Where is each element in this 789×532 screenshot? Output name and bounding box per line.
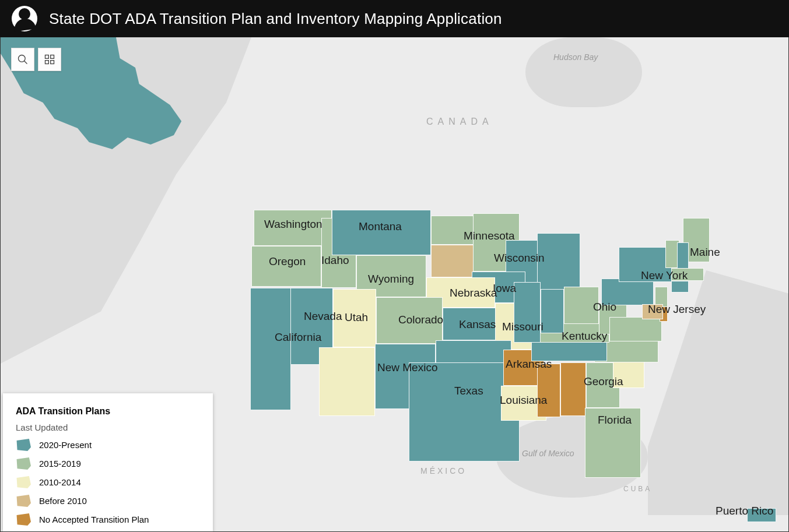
legend-item: 2015-2019 — [16, 457, 200, 470]
legend-swatch — [16, 457, 31, 470]
search-icon — [17, 54, 29, 65]
legend-label: 2010-2014 — [39, 477, 81, 487]
state-label: Oregon — [269, 255, 306, 268]
state-label: Nevada — [304, 310, 342, 323]
state-label: Louisiana — [500, 394, 547, 407]
map-toolbar — [11, 48, 61, 71]
legend-label: 2020-Present — [39, 440, 92, 450]
state-label: New Mexico — [377, 361, 437, 374]
dot-logo — [12, 6, 37, 31]
state-label: Puerto Rico — [716, 505, 773, 517]
state-label: Maine — [690, 246, 720, 259]
legend-swatch — [16, 494, 31, 507]
state-label: Idaho — [321, 254, 349, 267]
state-label: New Jersey — [648, 303, 706, 316]
state-label: Washington — [264, 218, 322, 231]
state-label: Kansas — [459, 318, 496, 331]
legend-label: 2015-2019 — [39, 459, 81, 468]
legend-item: Before 2010 — [16, 494, 200, 507]
state-label: New York — [641, 269, 688, 282]
app-header: State DOT ADA Transition Plan and Invent… — [0, 0, 789, 37]
state-label: Kentucky — [562, 330, 607, 343]
state-label: Texas — [454, 385, 483, 397]
grid-icon — [44, 54, 55, 65]
state-label: Colorado — [398, 313, 443, 326]
legend-panel: ADA Transition Plans Last Updated 2020-P… — [3, 393, 213, 531]
svg-rect-3 — [51, 55, 54, 59]
state-label: California — [275, 331, 321, 344]
state-label: Minnesota — [464, 230, 515, 242]
legend-swatch — [16, 438, 31, 451]
svg-rect-5 — [51, 61, 54, 64]
legend-label: Before 2010 — [39, 496, 87, 506]
state-label: Ohio — [593, 301, 616, 313]
state-label: Florida — [598, 414, 632, 427]
legend-label: No Accepted Transition Plan — [39, 515, 149, 524]
legend-item: No Accepted Transition Plan — [16, 513, 200, 526]
legend-item: 2020-Present — [16, 438, 200, 451]
svg-point-0 — [19, 55, 26, 62]
map-viewport[interactable]: Gulf of Alaska Hudson Bay CANADA MÉXICO … — [0, 37, 789, 532]
state-label: Wisconsin — [494, 252, 545, 265]
svg-line-1 — [24, 61, 27, 64]
state-label: Nebraska — [450, 287, 497, 300]
state-label: Utah — [345, 311, 368, 324]
search-button[interactable] — [11, 48, 34, 71]
state-label: Montana — [359, 220, 402, 233]
legend-title: ADA Transition Plans — [16, 406, 200, 417]
svg-rect-2 — [45, 55, 49, 59]
state-label: Arkansas — [506, 358, 552, 371]
state-label: Georgia — [584, 375, 623, 388]
state-label: Missouri — [502, 320, 543, 333]
svg-rect-4 — [45, 61, 49, 64]
state-label: Wyoming — [368, 273, 414, 286]
basemap-gallery-button[interactable] — [38, 48, 61, 71]
legend-item: 2010-2014 — [16, 475, 200, 488]
state-label: Iowa — [493, 282, 516, 295]
legend-swatch — [16, 513, 31, 526]
legend-swatch — [16, 475, 31, 488]
app-title: State DOT ADA Transition Plan and Invent… — [49, 10, 502, 28]
legend-subtitle: Last Updated — [16, 422, 200, 432]
